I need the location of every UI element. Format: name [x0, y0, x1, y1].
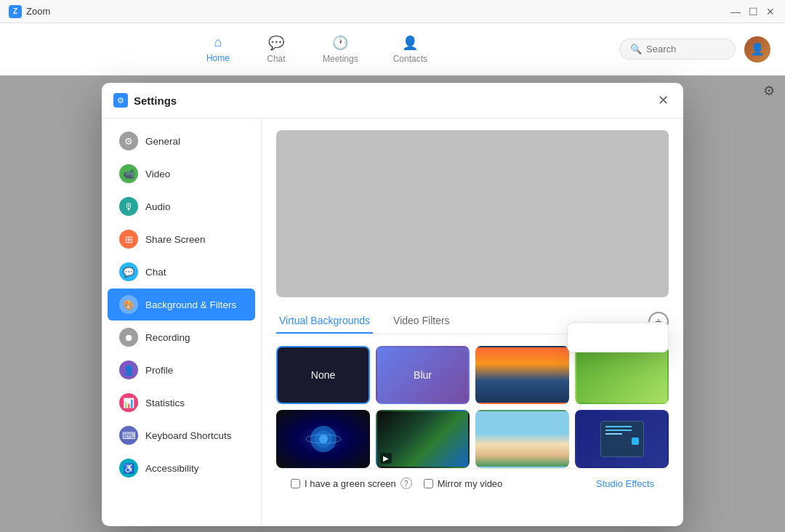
- minimize-button[interactable]: —: [730, 6, 741, 17]
- avatar[interactable]: 👤: [744, 36, 770, 63]
- dropdown-add-video[interactable]: [568, 337, 668, 352]
- nav-tabs: ⌂ Home 💬 Chat 🕐 Meetings 👤 Contacts: [15, 29, 619, 70]
- chat-nav-icon: 💬: [268, 35, 284, 51]
- nav-chat-label: Chat: [267, 54, 285, 64]
- home-icon: ⌂: [214, 35, 222, 50]
- card-line-1: [605, 426, 632, 427]
- share-screen-icon: ⊞: [119, 230, 138, 249]
- background-green-grass[interactable]: [575, 346, 669, 404]
- none-label: None: [311, 369, 335, 381]
- settings-header: ⚙ Settings ✕: [102, 83, 683, 118]
- sidebar-item-general[interactable]: ⚙ General: [108, 125, 255, 157]
- window-controls: — ☐ ✕: [730, 6, 776, 17]
- mirror-label: Mirror my video: [438, 478, 503, 489]
- tab-virtual-backgrounds[interactable]: Virtual Backgrounds: [276, 309, 373, 334]
- green-screen-help-icon[interactable]: ?: [400, 477, 412, 489]
- sidebar-keyboard-label: Keyboard Shortcuts: [145, 430, 232, 441]
- space-visual: [305, 421, 342, 457]
- contacts-icon: 👤: [402, 35, 418, 51]
- svg-point-2: [319, 435, 328, 443]
- settings-modal-icon: ⚙: [113, 93, 128, 108]
- video-overlay-icon: ▶: [380, 453, 392, 464]
- dropdown-add-image[interactable]: [568, 323, 668, 337]
- sidebar-item-share-screen[interactable]: ⊞ Share Screen: [108, 223, 255, 255]
- statistics-icon: 📊: [119, 393, 138, 412]
- recording-icon: ⏺: [119, 328, 138, 347]
- settings-footer: I have a green screen ? Mirror my video …: [276, 468, 669, 498]
- settings-body: ⚙ General 📹 Video 🎙 Audio ⊞ Share Screen: [102, 118, 683, 526]
- green-screen-checkbox[interactable]: [291, 479, 300, 488]
- settings-modal: ⚙ Settings ✕ ⚙ General 📹 Video: [102, 83, 683, 526]
- sidebar-audio-label: Audio: [145, 201, 171, 212]
- sidebar-general-label: General: [145, 136, 180, 147]
- sidebar-background-label: Background & Filters: [145, 299, 236, 310]
- keyboard-shortcuts-icon: ⌨: [119, 426, 138, 445]
- add-background-dropdown: [567, 322, 669, 352]
- meetings-icon: 🕐: [332, 35, 348, 51]
- background-card[interactable]: [575, 410, 669, 468]
- green-screen-label: I have a green screen: [305, 478, 396, 489]
- sidebar-item-keyboard-shortcuts[interactable]: ⌨ Keyboard Shortcuts: [108, 419, 255, 451]
- sidebar-item-accessibility[interactable]: ♿ Accessibility: [108, 452, 255, 484]
- accessibility-icon: ♿: [119, 459, 138, 477]
- search-icon: 🔍: [630, 44, 642, 55]
- sidebar-accessibility-label: Accessibility: [145, 463, 199, 474]
- blur-label: Blur: [414, 369, 432, 381]
- mirror-video-row: Mirror my video: [424, 478, 503, 489]
- close-window-button[interactable]: ✕: [765, 6, 776, 17]
- nav-contacts-label: Contacts: [393, 54, 427, 64]
- zoom-icon: Z: [9, 5, 22, 18]
- app-content: ⚙ ⚙ Settings ✕ ⚙ General: [0, 76, 785, 532]
- nav-tab-contacts[interactable]: 👤 Contacts: [376, 29, 445, 70]
- sidebar-item-chat[interactable]: 💬 Chat: [108, 256, 255, 288]
- background-blur[interactable]: Blur: [376, 346, 470, 404]
- sidebar-recording-label: Recording: [145, 332, 190, 343]
- card-line-2: [605, 430, 632, 431]
- nav-home-label: Home: [206, 53, 230, 63]
- background-golden-gate[interactable]: [475, 346, 569, 404]
- video-icon: 📹: [119, 164, 138, 183]
- audio-icon: 🎙: [119, 197, 138, 216]
- settings-sidebar: ⚙ General 📹 Video 🎙 Audio ⊞ Share Screen: [102, 118, 262, 526]
- nav-tab-home[interactable]: ⌂ Home: [189, 29, 247, 70]
- sidebar-item-video[interactable]: 📹 Video: [108, 158, 255, 190]
- video-preview-area: [276, 130, 669, 297]
- sidebar-share-label: Share Screen: [145, 234, 206, 245]
- sidebar-video-label: Video: [145, 169, 170, 180]
- sidebar-item-audio[interactable]: 🎙 Audio: [108, 190, 255, 222]
- backgrounds-grid: None Blur: [276, 346, 669, 468]
- card-dot: [632, 438, 639, 445]
- sidebar-statistics-label: Statistics: [145, 398, 185, 408]
- modal-overlay: ⚙ Settings ✕ ⚙ General 📹 Video: [0, 76, 785, 532]
- sidebar-profile-label: Profile: [145, 365, 173, 376]
- tab-video-filters[interactable]: Video Filters: [390, 309, 453, 334]
- app-title: Zoom: [26, 6, 50, 17]
- background-space[interactable]: [276, 410, 370, 468]
- settings-content: Virtual Backgrounds Video Filters + None…: [262, 118, 683, 526]
- studio-effects-link[interactable]: Studio Effects: [596, 478, 654, 489]
- chat-settings-icon: 💬: [119, 262, 138, 281]
- search-bar[interactable]: 🔍: [619, 39, 736, 60]
- background-beach[interactable]: [475, 410, 569, 468]
- card-line-3: [605, 433, 622, 435]
- card-template-visual: [600, 421, 644, 457]
- general-icon: ⚙: [119, 132, 138, 150]
- nav-tab-meetings[interactable]: 🕐 Meetings: [305, 29, 376, 70]
- sidebar-item-profile[interactable]: 👤 Profile: [108, 354, 255, 386]
- search-input[interactable]: [646, 44, 725, 55]
- settings-title-row: ⚙ Settings: [113, 93, 177, 108]
- profile-icon: 👤: [119, 360, 138, 379]
- background-filters-icon: 🎨: [119, 295, 138, 314]
- green-screen-row: I have a green screen ?: [291, 477, 412, 489]
- background-none[interactable]: None: [276, 346, 370, 404]
- sidebar-item-background-filters[interactable]: 🎨 Background & Filters: [108, 289, 255, 321]
- maximize-button[interactable]: ☐: [747, 6, 759, 17]
- settings-close-button[interactable]: ✕: [654, 92, 672, 109]
- mirror-video-checkbox[interactable]: [424, 479, 433, 488]
- nav-tab-chat[interactable]: 💬 Chat: [247, 29, 305, 70]
- sidebar-item-recording[interactable]: ⏺ Recording: [108, 321, 255, 353]
- background-aurora[interactable]: ▶: [376, 410, 470, 468]
- sidebar-item-statistics[interactable]: 📊 Statistics: [108, 387, 255, 419]
- titlebar: Z Zoom — ☐ ✕: [0, 0, 785, 23]
- settings-title: Settings: [134, 94, 177, 107]
